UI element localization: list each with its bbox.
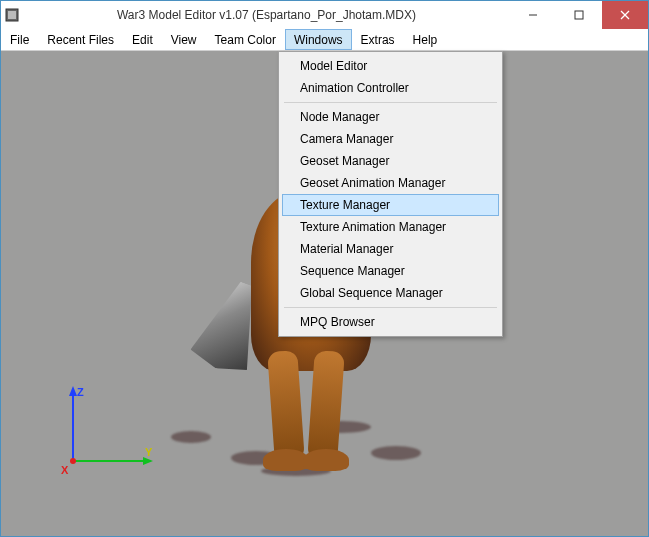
menu-windows[interactable]: Windows — [285, 29, 352, 50]
menu-item-texture-manager[interactable]: Texture Manager — [282, 194, 499, 216]
menu-help[interactable]: Help — [404, 29, 447, 50]
axis-z-label: Z — [77, 386, 84, 398]
axis-y-label: Y — [145, 446, 153, 458]
svg-rect-3 — [575, 11, 583, 19]
menu-item-mpq-browser[interactable]: MPQ Browser — [282, 311, 499, 333]
menu-item-geoset-animation-manager[interactable]: Geoset Animation Manager — [282, 172, 499, 194]
menubar: File Recent Files Edit View Team Color W… — [1, 29, 648, 51]
windows-dropdown: Model Editor Animation Controller Node M… — [278, 51, 503, 337]
maximize-button[interactable] — [556, 1, 602, 29]
svg-marker-7 — [69, 386, 77, 396]
axis-gizmo: Z Y X — [53, 386, 153, 476]
menu-item-animation-controller[interactable]: Animation Controller — [282, 77, 499, 99]
menu-separator — [284, 307, 497, 308]
app-window: War3 Model Editor v1.07 (Espartano_Por_J… — [0, 0, 649, 537]
viewport-3d[interactable]: Z Y X Model Editor Animation Controller … — [1, 51, 648, 536]
menu-item-texture-animation-manager[interactable]: Texture Animation Manager — [282, 216, 499, 238]
titlebar[interactable]: War3 Model Editor v1.07 (Espartano_Por_J… — [1, 1, 648, 29]
model-foot — [303, 449, 349, 471]
menu-item-camera-manager[interactable]: Camera Manager — [282, 128, 499, 150]
menu-item-node-manager[interactable]: Node Manager — [282, 106, 499, 128]
axis-x-label: X — [61, 464, 69, 476]
menu-item-geoset-manager[interactable]: Geoset Manager — [282, 150, 499, 172]
svg-point-10 — [70, 458, 76, 464]
window-controls — [510, 1, 648, 29]
svg-marker-9 — [143, 457, 153, 465]
menu-item-global-sequence-manager[interactable]: Global Sequence Manager — [282, 282, 499, 304]
menu-file[interactable]: File — [1, 29, 38, 50]
svg-rect-1 — [8, 11, 16, 19]
close-button[interactable] — [602, 1, 648, 29]
menu-item-sequence-manager[interactable]: Sequence Manager — [282, 260, 499, 282]
window-title: War3 Model Editor v1.07 (Espartano_Por_J… — [23, 1, 510, 29]
menu-separator — [284, 102, 497, 103]
menu-recent-files[interactable]: Recent Files — [38, 29, 123, 50]
menu-team-color[interactable]: Team Color — [206, 29, 285, 50]
menu-view[interactable]: View — [162, 29, 206, 50]
menu-edit[interactable]: Edit — [123, 29, 162, 50]
menu-item-material-manager[interactable]: Material Manager — [282, 238, 499, 260]
app-icon — [1, 1, 23, 29]
menu-item-model-editor[interactable]: Model Editor — [282, 55, 499, 77]
minimize-button[interactable] — [510, 1, 556, 29]
menu-extras[interactable]: Extras — [352, 29, 404, 50]
